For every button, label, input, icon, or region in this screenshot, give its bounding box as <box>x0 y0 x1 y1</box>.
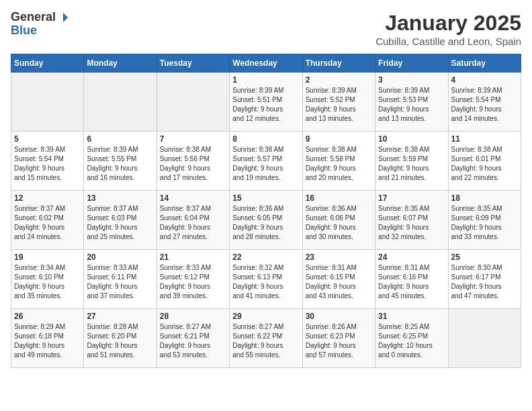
day-number: 13 <box>87 193 153 203</box>
svg-marker-0 <box>63 13 68 22</box>
calendar-cell: 20Sunrise: 8:33 AM Sunset: 6:11 PM Dayli… <box>84 250 157 309</box>
calendar-cell <box>11 73 84 132</box>
calendar-cell: 15Sunrise: 8:36 AM Sunset: 6:05 PM Dayli… <box>230 191 302 250</box>
day-info: Sunrise: 8:27 AM Sunset: 6:21 PM Dayligh… <box>160 322 226 360</box>
calendar-cell: 13Sunrise: 8:37 AM Sunset: 6:03 PM Dayli… <box>84 191 157 250</box>
day-number: 29 <box>232 312 299 321</box>
day-number: 5 <box>14 134 81 144</box>
day-info: Sunrise: 8:31 AM Sunset: 6:16 PM Dayligh… <box>378 263 445 301</box>
day-number: 30 <box>306 312 372 321</box>
day-info: Sunrise: 8:26 AM Sunset: 6:23 PM Dayligh… <box>306 322 372 360</box>
calendar-cell: 23Sunrise: 8:31 AM Sunset: 6:15 PM Dayli… <box>302 250 375 309</box>
month-title: January 2025 <box>375 11 521 36</box>
day-info: Sunrise: 8:27 AM Sunset: 6:22 PM Dayligh… <box>232 322 299 360</box>
day-info: Sunrise: 8:39 AM Sunset: 5:54 PM Dayligh… <box>451 86 518 124</box>
header-cell-saturday: Saturday <box>448 54 521 73</box>
calendar-cell: 10Sunrise: 8:38 AM Sunset: 5:59 PM Dayli… <box>375 132 448 191</box>
day-info: Sunrise: 8:36 AM Sunset: 6:05 PM Dayligh… <box>232 204 299 242</box>
calendar-cell: 29Sunrise: 8:27 AM Sunset: 6:22 PM Dayli… <box>230 309 302 368</box>
calendar-cell: 28Sunrise: 8:27 AM Sunset: 6:21 PM Dayli… <box>157 309 229 368</box>
calendar-body: 1Sunrise: 8:39 AM Sunset: 5:51 PM Daylig… <box>11 73 521 368</box>
day-number: 14 <box>160 193 226 203</box>
calendar-cell: 2Sunrise: 8:39 AM Sunset: 5:52 PM Daylig… <box>302 73 375 132</box>
calendar-cell: 11Sunrise: 8:38 AM Sunset: 6:01 PM Dayli… <box>448 132 521 191</box>
day-info: Sunrise: 8:39 AM Sunset: 5:52 PM Dayligh… <box>306 86 372 124</box>
calendar-cell <box>157 73 229 132</box>
day-number: 17 <box>378 193 445 203</box>
day-info: Sunrise: 8:39 AM Sunset: 5:53 PM Dayligh… <box>378 86 445 124</box>
calendar-cell: 21Sunrise: 8:33 AM Sunset: 6:12 PM Dayli… <box>157 250 229 309</box>
day-number: 10 <box>378 134 445 144</box>
day-number: 18 <box>451 193 518 203</box>
calendar-cell: 8Sunrise: 8:38 AM Sunset: 5:57 PM Daylig… <box>230 132 302 191</box>
calendar-cell: 30Sunrise: 8:26 AM Sunset: 6:23 PM Dayli… <box>302 309 375 368</box>
calendar-cell <box>84 73 157 132</box>
calendar-cell: 4Sunrise: 8:39 AM Sunset: 5:54 PM Daylig… <box>448 73 521 132</box>
header-cell-thursday: Thursday <box>302 54 375 73</box>
day-info: Sunrise: 8:38 AM Sunset: 5:58 PM Dayligh… <box>306 145 372 183</box>
day-info: Sunrise: 8:36 AM Sunset: 6:06 PM Dayligh… <box>306 204 372 242</box>
calendar-cell: 24Sunrise: 8:31 AM Sunset: 6:16 PM Dayli… <box>375 250 448 309</box>
day-number: 22 <box>232 253 299 262</box>
calendar-cell: 19Sunrise: 8:34 AM Sunset: 6:10 PM Dayli… <box>11 250 84 309</box>
header-cell-monday: Monday <box>84 54 157 73</box>
calendar-cell: 3Sunrise: 8:39 AM Sunset: 5:53 PM Daylig… <box>375 73 448 132</box>
day-number: 1 <box>232 75 299 85</box>
logo-text-general: General <box>11 11 56 24</box>
header-cell-tuesday: Tuesday <box>157 54 229 73</box>
calendar-cell: 18Sunrise: 8:35 AM Sunset: 6:09 PM Dayli… <box>448 191 521 250</box>
day-number: 9 <box>306 134 372 144</box>
day-info: Sunrise: 8:37 AM Sunset: 6:04 PM Dayligh… <box>160 204 226 242</box>
location-title: Cubilla, Castille and Leon, Spain <box>375 36 521 47</box>
calendar-cell: 9Sunrise: 8:38 AM Sunset: 5:58 PM Daylig… <box>302 132 375 191</box>
calendar-cell: 5Sunrise: 8:39 AM Sunset: 5:54 PM Daylig… <box>11 132 84 191</box>
day-number: 24 <box>378 253 445 262</box>
calendar-cell: 16Sunrise: 8:36 AM Sunset: 6:06 PM Dayli… <box>302 191 375 250</box>
day-info: Sunrise: 8:38 AM Sunset: 6:01 PM Dayligh… <box>451 145 518 183</box>
calendar-cell: 27Sunrise: 8:28 AM Sunset: 6:20 PM Dayli… <box>84 309 157 368</box>
calendar-week-row: 12Sunrise: 8:37 AM Sunset: 6:02 PM Dayli… <box>11 191 521 250</box>
day-number: 19 <box>14 253 81 262</box>
day-info: Sunrise: 8:25 AM Sunset: 6:25 PM Dayligh… <box>378 322 445 360</box>
day-info: Sunrise: 8:30 AM Sunset: 6:17 PM Dayligh… <box>451 263 518 301</box>
day-number: 6 <box>87 134 153 144</box>
header-cell-friday: Friday <box>375 54 448 73</box>
day-number: 27 <box>87 312 153 321</box>
calendar-cell: 12Sunrise: 8:37 AM Sunset: 6:02 PM Dayli… <box>11 191 84 250</box>
day-info: Sunrise: 8:38 AM Sunset: 5:56 PM Dayligh… <box>160 145 226 183</box>
day-number: 12 <box>14 193 81 203</box>
day-info: Sunrise: 8:39 AM Sunset: 5:54 PM Dayligh… <box>14 145 81 183</box>
calendar-header-row: SundayMondayTuesdayWednesdayThursdayFrid… <box>11 54 521 73</box>
calendar-cell <box>448 309 521 368</box>
day-info: Sunrise: 8:39 AM Sunset: 5:51 PM Dayligh… <box>232 86 299 124</box>
day-info: Sunrise: 8:38 AM Sunset: 5:59 PM Dayligh… <box>378 145 445 183</box>
day-number: 3 <box>378 75 445 85</box>
day-number: 2 <box>306 75 372 85</box>
day-info: Sunrise: 8:31 AM Sunset: 6:15 PM Dayligh… <box>306 263 372 301</box>
logo-text-blue: Blue <box>11 24 37 38</box>
calendar-week-row: 1Sunrise: 8:39 AM Sunset: 5:51 PM Daylig… <box>11 73 521 132</box>
calendar-cell: 7Sunrise: 8:38 AM Sunset: 5:56 PM Daylig… <box>157 132 229 191</box>
calendar-table: SundayMondayTuesdayWednesdayThursdayFrid… <box>11 54 521 368</box>
header-cell-wednesday: Wednesday <box>230 54 302 73</box>
day-number: 16 <box>306 193 372 203</box>
day-info: Sunrise: 8:34 AM Sunset: 6:10 PM Dayligh… <box>14 263 81 301</box>
calendar-cell: 6Sunrise: 8:39 AM Sunset: 5:55 PM Daylig… <box>84 132 157 191</box>
day-info: Sunrise: 8:35 AM Sunset: 6:07 PM Dayligh… <box>378 204 445 242</box>
day-info: Sunrise: 8:37 AM Sunset: 6:03 PM Dayligh… <box>87 204 153 242</box>
calendar-week-row: 26Sunrise: 8:29 AM Sunset: 6:18 PM Dayli… <box>11 309 521 368</box>
logo-flag-icon <box>57 11 69 24</box>
calendar-cell: 26Sunrise: 8:29 AM Sunset: 6:18 PM Dayli… <box>11 309 84 368</box>
day-number: 8 <box>232 134 299 144</box>
calendar-cell: 17Sunrise: 8:35 AM Sunset: 6:07 PM Dayli… <box>375 191 448 250</box>
calendar-week-row: 19Sunrise: 8:34 AM Sunset: 6:10 PM Dayli… <box>11 250 521 309</box>
page-header: General Blue January 2025 Cubilla, Casti… <box>11 11 521 47</box>
logo: General Blue <box>11 11 69 38</box>
day-number: 7 <box>160 134 226 144</box>
day-info: Sunrise: 8:33 AM Sunset: 6:12 PM Dayligh… <box>160 263 226 301</box>
day-number: 4 <box>451 75 518 85</box>
day-number: 20 <box>87 253 153 262</box>
day-info: Sunrise: 8:35 AM Sunset: 6:09 PM Dayligh… <box>451 204 518 242</box>
day-number: 25 <box>451 253 518 262</box>
calendar-cell: 14Sunrise: 8:37 AM Sunset: 6:04 PM Dayli… <box>157 191 229 250</box>
